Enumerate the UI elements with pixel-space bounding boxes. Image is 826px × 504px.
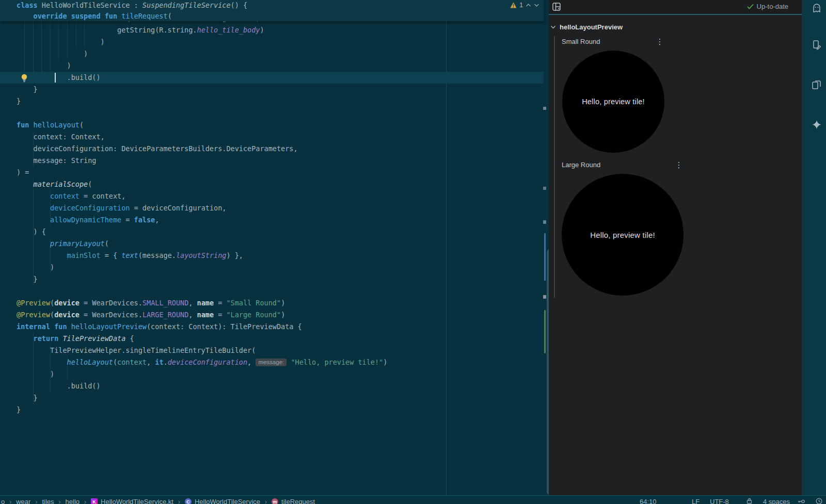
code-line[interactable]: context = context, (0, 190, 560, 202)
code-line[interactable]: fun helloLayout( (0, 119, 560, 131)
code-token (17, 239, 50, 248)
code-line[interactable]: @Preview(device = WearDevices.LARGE_ROUN… (0, 309, 560, 321)
code-token: , (147, 358, 155, 366)
code-token: ( (88, 180, 92, 188)
error-stripe-mark[interactable] (544, 233, 546, 281)
code-line[interactable]: TilePreviewHelper.singleTimelineEntryTil… (0, 345, 560, 356)
code-editor[interactable]: getString(R.string.hello_tile_body) ) ) … (0, 0, 544, 495)
code-line[interactable]: context: Context, (0, 131, 560, 143)
code-token: @Preview (17, 299, 50, 307)
code-line[interactable]: deviceConfiguration = deviceConfiguratio… (0, 202, 560, 214)
code-line[interactable]: primaryLayout( (0, 238, 560, 250)
code-token: device (54, 299, 80, 307)
code-token: (context: Context): TilePreviewData { (147, 322, 302, 331)
sticky-code-line[interactable]: class HelloWorldTileService : Suspending… (0, 0, 544, 11)
preview-options-kebab-icon[interactable]: ⋮ (674, 160, 684, 170)
code-line[interactable]: ) = (0, 167, 560, 178)
prev-issue-icon[interactable] (526, 3, 531, 7)
code-token: ) (281, 299, 285, 307)
code-token: (message. (138, 251, 176, 259)
code-line[interactable]: allowDynamicTheme = false, (0, 214, 560, 226)
code-token: deviceConfiguration: DeviceParametersBui… (17, 144, 298, 153)
wear-tile-preview[interactable]: Hello, preview tile! (562, 51, 664, 153)
code-line[interactable]: @Preview(device = WearDevices.SMALL_ROUN… (0, 297, 560, 309)
lock-icon[interactable] (746, 498, 752, 504)
bottom-bar: o›wear›tiles›hello›KHelloWorldTileServic… (0, 495, 826, 504)
preview-group-header[interactable]: helloLayoutPreview (550, 23, 623, 31)
code-token: text (121, 251, 138, 259)
code-token: name (197, 299, 214, 307)
code-line[interactable]: ) (0, 36, 560, 48)
inspections-widget[interactable]: 1 (510, 1, 539, 9)
code-token: ( (80, 121, 84, 129)
build-status-label: Up-to-date (757, 3, 788, 10)
code-line[interactable]: helloLayout(context, it.deviceConfigurat… (0, 356, 560, 368)
code-line[interactable]: .build() (0, 72, 560, 84)
next-issue-icon[interactable] (534, 3, 539, 7)
code-token: HelloWorldTileService : (38, 1, 142, 9)
code-line[interactable]: } (0, 404, 560, 416)
code-token: LARGE_ROUND (142, 311, 188, 319)
code-line[interactable]: ) (0, 60, 560, 72)
clock-icon[interactable] (816, 498, 822, 504)
preview-group-title: helloLayoutPreview (560, 23, 623, 31)
code-line[interactable]: message: String (0, 155, 560, 167)
code-line[interactable] (0, 285, 560, 297)
caret-position-widget[interactable]: 64:10 (640, 498, 657, 504)
gemini-icon[interactable] (812, 120, 825, 133)
error-stripe-mark[interactable] (543, 220, 546, 224)
code-line[interactable]: deviceConfiguration: DeviceParametersBui… (0, 143, 560, 155)
code-token: ) (383, 358, 387, 366)
code-token: ) { (17, 227, 46, 236)
preview-options-kebab-icon[interactable]: ⋮ (655, 37, 664, 46)
layout-view-mode-icon[interactable] (552, 3, 562, 12)
line-ending-widget[interactable]: LF (692, 498, 700, 504)
code-line[interactable]: mainSlot = { text(message.layoutString) … (0, 250, 560, 262)
code-line[interactable]: return TilePreviewData { (0, 333, 560, 345)
code-line[interactable]: getString(R.string.hello_tile_body) (0, 24, 560, 36)
code-line[interactable]: } (0, 95, 560, 107)
key-icon[interactable] (798, 498, 805, 504)
indent-widget[interactable]: 4 spaces (763, 498, 790, 504)
code-token: ( (50, 299, 54, 307)
error-stripe-mark[interactable] (543, 295, 546, 299)
code-token: , (155, 216, 159, 224)
code-line[interactable]: } (0, 273, 560, 285)
code-line[interactable]: ) { (0, 226, 560, 238)
code-token: ( (105, 239, 109, 248)
code-token: = WearDevices. (80, 299, 142, 307)
code-token: ( (113, 358, 117, 366)
code-token: = WearDevices. (80, 311, 142, 319)
device-manager-icon[interactable] (812, 40, 825, 53)
code-token: device (54, 311, 80, 319)
running-devices-icon[interactable] (812, 80, 825, 93)
wear-tile-preview[interactable]: Hello, preview tile! (562, 174, 684, 296)
code-token: = deviceConfiguration, (130, 204, 226, 212)
code-line[interactable]: materialScope( (0, 178, 560, 190)
code-token: () { (231, 1, 248, 9)
code-token: , (188, 311, 197, 319)
code-line[interactable]: } (0, 392, 560, 404)
code-line[interactable]: internal fun helloLayoutPreview(context:… (0, 321, 560, 333)
error-stripe-mark[interactable] (543, 107, 546, 110)
code-line[interactable]: .build() (0, 380, 560, 392)
app-quality-insights-icon[interactable] (812, 3, 825, 17)
code-token: ) (17, 50, 88, 58)
code-token: ( (50, 311, 54, 319)
error-stripe-mark[interactable] (543, 187, 546, 190)
code-line[interactable]: } (0, 84, 560, 95)
tile-preview-text: Hello, preview tile! (582, 97, 645, 106)
code-token (17, 204, 50, 212)
quickfix-lightbulb-icon[interactable] (20, 73, 28, 83)
code-token: hello_tile_body (197, 26, 260, 34)
code-line[interactable]: ) (0, 48, 560, 60)
encoding-widget[interactable]: UTF-8 (710, 498, 729, 504)
code-line[interactable] (0, 107, 560, 119)
code-token: , (247, 358, 256, 366)
error-stripe-mark[interactable] (544, 310, 546, 353)
code-token: , (188, 299, 197, 307)
code-line[interactable]: ) (0, 262, 560, 273)
code-token (17, 192, 50, 200)
sticky-code-line[interactable]: override suspend fun tileRequest( (0, 11, 544, 22)
code-line[interactable]: ) (0, 368, 560, 380)
